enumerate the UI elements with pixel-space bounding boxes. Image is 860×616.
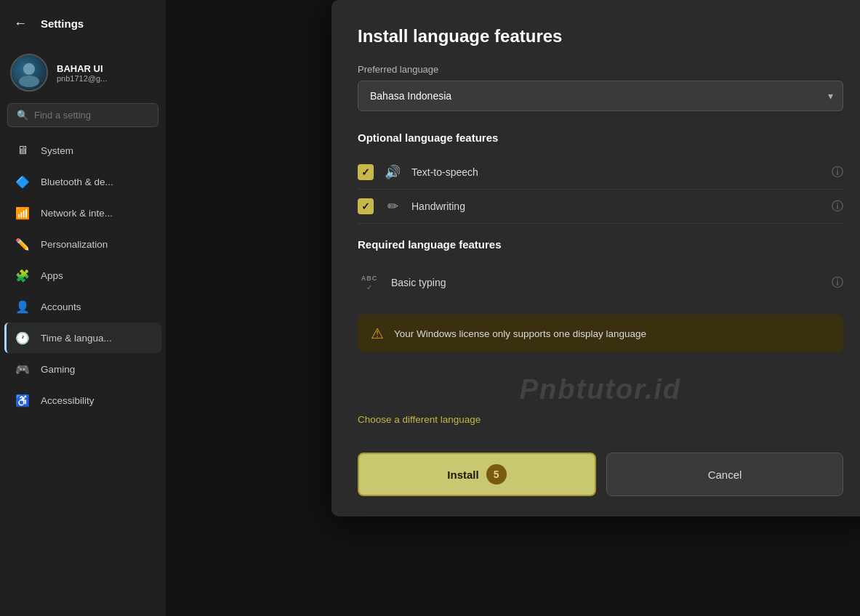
avatar-name: BAHAR UI	[57, 63, 107, 74]
gaming-icon: 🎮	[15, 361, 31, 377]
sidebar-item-label: Gaming	[41, 364, 75, 375]
sidebar-item-label: Personalization	[41, 239, 108, 250]
watermark: Pnbtutor.id	[358, 367, 843, 413]
warning-icon: ⚠	[371, 325, 384, 342]
warning-box: ⚠ Your Windows license only supports one…	[358, 315, 843, 352]
preferred-language-label: Preferred language	[358, 64, 843, 75]
svg-point-1	[19, 76, 39, 87]
optional-features-heading: Optional language features	[358, 131, 843, 144]
avatar[interactable]	[10, 54, 48, 92]
nav-list: 🖥 System 🔷 Bluetooth & de... 📶 Network &…	[0, 134, 166, 616]
sidebar-item-label: Bluetooth & de...	[41, 177, 113, 187]
basic-typing-row: ABC ✓ Basic typing ⓘ	[358, 262, 843, 303]
basic-typing-info-icon[interactable]: ⓘ	[832, 275, 843, 291]
required-section: Required language features ABC ✓ Basic t…	[358, 238, 843, 303]
time-icon: 🕐	[15, 330, 31, 346]
apps-icon: 🧩	[15, 267, 31, 283]
text-to-speech-info-icon[interactable]: ⓘ	[832, 165, 843, 180]
sidebar-item-accessibility[interactable]: ♿ Accessibility	[4, 385, 161, 416]
main-content: — □ ✕ will appear in this Add a language…	[166, 0, 860, 616]
sidebar-item-time[interactable]: 🕐 Time & langua...	[4, 323, 161, 353]
back-button[interactable]: ←	[9, 12, 32, 35]
abc-icon: ABC ✓	[358, 271, 381, 294]
sidebar-item-label: Accounts	[41, 301, 81, 312]
personalization-icon: ✏️	[15, 236, 31, 252]
handwriting-icon: ✏	[384, 198, 401, 214]
sidebar: ← Settings BAHAR UI pnb1712@g... 🔍 🖥 Sys…	[0, 0, 166, 616]
avatar-info: BAHAR UI pnb1712@g...	[57, 63, 107, 83]
bluetooth-icon: 🔷	[15, 174, 31, 190]
sidebar-item-apps[interactable]: 🧩 Apps	[4, 260, 161, 291]
accounts-icon: 👤	[15, 299, 31, 315]
handwriting-info-icon[interactable]: ⓘ	[832, 199, 843, 214]
handwriting-feature: ✏ Handwriting ⓘ	[358, 190, 843, 224]
avatar-section: BAHAR UI pnb1712@g...	[0, 46, 166, 103]
sidebar-item-label: Accessibility	[41, 395, 95, 406]
modal-dialog: Install language features Preferred lang…	[331, 0, 860, 516]
sidebar-item-label: Apps	[41, 270, 63, 281]
warning-text: Your Windows license only supports one d…	[394, 328, 646, 339]
sidebar-item-network[interactable]: 📶 Network & inte...	[4, 198, 161, 228]
sidebar-item-gaming[interactable]: 🎮 Gaming	[4, 354, 161, 384]
sidebar-header: ← Settings	[0, 0, 166, 46]
text-to-speech-icon: 🔊	[384, 164, 401, 180]
handwriting-label: Handwriting	[411, 200, 821, 212]
sidebar-item-label: Time & langua...	[41, 333, 112, 344]
sidebar-item-bluetooth[interactable]: 🔷 Bluetooth & de...	[4, 166, 161, 197]
required-features-heading: Required language features	[358, 238, 843, 251]
modal-title: Install language features	[358, 26, 843, 46]
network-icon: 📶	[15, 205, 31, 221]
choose-different-language-link[interactable]: Choose a different language	[358, 414, 481, 425]
search-box[interactable]: 🔍	[7, 103, 158, 127]
install-label: Install	[447, 469, 478, 481]
language-select-wrapper: Bahasa Indonesia ▾	[358, 81, 843, 111]
handwriting-checkbox[interactable]	[358, 198, 374, 214]
text-to-speech-checkbox[interactable]	[358, 164, 374, 180]
install-button[interactable]: Install 5	[358, 453, 596, 496]
cancel-button[interactable]: Cancel	[606, 453, 843, 496]
basic-typing-label: Basic typing	[391, 277, 821, 288]
svg-point-0	[23, 63, 35, 75]
sidebar-item-label: System	[41, 145, 73, 156]
system-icon: 🖥	[15, 142, 31, 158]
avatar-email: pnb1712@g...	[57, 74, 107, 83]
text-to-speech-label: Text-to-speech	[411, 166, 821, 178]
language-select[interactable]: Bahasa Indonesia	[358, 81, 843, 111]
sidebar-title: Settings	[41, 17, 84, 30]
sidebar-item-personalization[interactable]: ✏️ Personalization	[4, 229, 161, 259]
sidebar-item-accounts[interactable]: 👤 Accounts	[4, 291, 161, 322]
text-to-speech-feature: 🔊 Text-to-speech ⓘ	[358, 155, 843, 190]
search-input[interactable]	[34, 110, 149, 121]
search-icon: 🔍	[17, 110, 28, 121]
sidebar-item-label: Network & inte...	[41, 208, 113, 219]
modal-footer: Install 5 Cancel	[358, 453, 843, 496]
sidebar-item-system[interactable]: 🖥 System	[4, 135, 161, 166]
install-badge: 5	[486, 464, 507, 485]
accessibility-icon: ♿	[15, 392, 31, 408]
avatar-image	[12, 55, 47, 90]
